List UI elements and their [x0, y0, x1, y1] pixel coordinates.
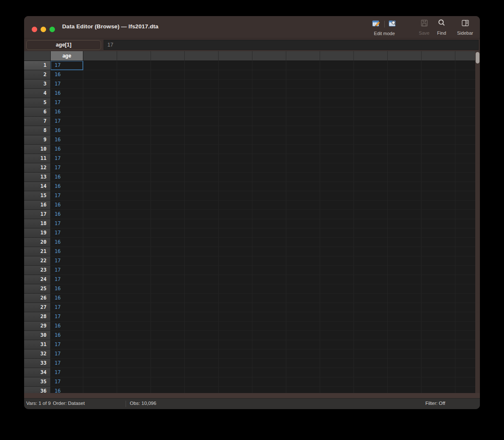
cell-empty[interactable]: [252, 256, 286, 266]
cell-empty[interactable]: [185, 182, 219, 191]
row-number[interactable]: 12: [24, 163, 51, 173]
row-number[interactable]: 13: [24, 173, 51, 182]
cell-empty[interactable]: [286, 387, 320, 393]
cell-empty[interactable]: [151, 312, 185, 322]
cell-empty[interactable]: [354, 238, 388, 247]
cell-empty[interactable]: [388, 210, 422, 219]
cell-empty[interactable]: [252, 182, 286, 191]
cell-empty[interactable]: [455, 80, 475, 89]
cell-empty[interactable]: [219, 331, 252, 340]
cell-empty[interactable]: [388, 61, 422, 70]
cell-empty[interactable]: [354, 154, 388, 163]
cell-empty[interactable]: [455, 173, 475, 182]
cell-empty[interactable]: [219, 126, 252, 135]
cell-empty[interactable]: [388, 145, 422, 154]
cell-empty[interactable]: [185, 154, 219, 163]
cell-empty[interactable]: [422, 80, 455, 89]
cell-empty[interactable]: [320, 89, 354, 98]
cell-empty[interactable]: [117, 322, 151, 331]
cell-empty[interactable]: [219, 377, 252, 387]
cell-empty[interactable]: [422, 368, 455, 377]
cell-empty[interactable]: [252, 359, 286, 368]
row-number[interactable]: 24: [24, 275, 51, 284]
cell-empty[interactable]: [151, 70, 185, 80]
cell-empty[interactable]: [151, 117, 185, 126]
cell-empty[interactable]: [117, 349, 151, 359]
vertical-scrollbar[interactable]: [475, 51, 480, 393]
cell-empty[interactable]: [286, 219, 320, 228]
cell-empty[interactable]: [455, 266, 475, 275]
cell-empty[interactable]: [117, 80, 151, 89]
row-number[interactable]: 2: [24, 70, 51, 80]
cell-empty[interactable]: [286, 238, 320, 247]
cell-empty[interactable]: [117, 135, 151, 145]
row-number[interactable]: 27: [24, 303, 51, 312]
cell-empty[interactable]: [354, 107, 388, 117]
cell-age[interactable]: 16: [51, 89, 83, 98]
cell-empty[interactable]: [83, 173, 117, 182]
cell-empty[interactable]: [219, 247, 252, 256]
cell-empty[interactable]: [388, 163, 422, 173]
cell-empty[interactable]: [219, 98, 252, 107]
row-number[interactable]: 32: [24, 349, 51, 359]
cell-empty[interactable]: [219, 173, 252, 182]
cell-age[interactable]: 17: [51, 61, 83, 70]
cell-empty[interactable]: [286, 275, 320, 284]
cell-empty[interactable]: [219, 228, 252, 238]
cell-empty[interactable]: [455, 107, 475, 117]
row-number[interactable]: 18: [24, 219, 51, 228]
cell-empty[interactable]: [252, 145, 286, 154]
cell-empty[interactable]: [422, 359, 455, 368]
cell-empty[interactable]: [286, 247, 320, 256]
cell-empty[interactable]: [286, 322, 320, 331]
cell-empty[interactable]: [388, 201, 422, 210]
row-number[interactable]: 26: [24, 294, 51, 303]
cell-empty[interactable]: [185, 238, 219, 247]
cell-empty[interactable]: [252, 387, 286, 393]
data-grid[interactable]: age 117216317416517616717816916101611171…: [24, 51, 475, 393]
cell-empty[interactable]: [151, 266, 185, 275]
cell-empty[interactable]: [354, 182, 388, 191]
cell-empty[interactable]: [354, 163, 388, 173]
cell-empty[interactable]: [83, 228, 117, 238]
column-header-empty[interactable]: [320, 51, 354, 61]
cell-empty[interactable]: [354, 322, 388, 331]
cell-empty[interactable]: [151, 201, 185, 210]
cell-empty[interactable]: [455, 303, 475, 312]
cell-empty[interactable]: [422, 266, 455, 275]
cell-age[interactable]: 17: [51, 80, 83, 89]
cell-empty[interactable]: [388, 275, 422, 284]
cell-empty[interactable]: [354, 247, 388, 256]
cell-empty[interactable]: [354, 359, 388, 368]
cell-empty[interactable]: [83, 163, 117, 173]
cell-empty[interactable]: [320, 107, 354, 117]
cell-empty[interactable]: [286, 89, 320, 98]
cell-empty[interactable]: [286, 154, 320, 163]
cell-empty[interactable]: [252, 210, 286, 219]
cell-empty[interactable]: [117, 256, 151, 266]
cell-empty[interactable]: [185, 284, 219, 294]
cell-empty[interactable]: [151, 163, 185, 173]
cell-empty[interactable]: [455, 201, 475, 210]
cell-empty[interactable]: [151, 340, 185, 349]
cell-empty[interactable]: [320, 219, 354, 228]
column-header-empty[interactable]: [151, 51, 185, 61]
cell-empty[interactable]: [354, 377, 388, 387]
cell-empty[interactable]: [252, 331, 286, 340]
cell-empty[interactable]: [388, 256, 422, 266]
cell-empty[interactable]: [185, 145, 219, 154]
cell-empty[interactable]: [117, 238, 151, 247]
cell-empty[interactable]: [151, 247, 185, 256]
row-number[interactable]: 28: [24, 312, 51, 322]
cell-empty[interactable]: [354, 210, 388, 219]
cell-empty[interactable]: [422, 303, 455, 312]
cell-empty[interactable]: [320, 359, 354, 368]
cell-empty[interactable]: [83, 322, 117, 331]
cell-empty[interactable]: [455, 368, 475, 377]
cell-empty[interactable]: [151, 126, 185, 135]
cell-empty[interactable]: [185, 359, 219, 368]
cell-empty[interactable]: [83, 89, 117, 98]
cell-empty[interactable]: [422, 70, 455, 80]
cell-empty[interactable]: [185, 80, 219, 89]
cell-empty[interactable]: [422, 201, 455, 210]
